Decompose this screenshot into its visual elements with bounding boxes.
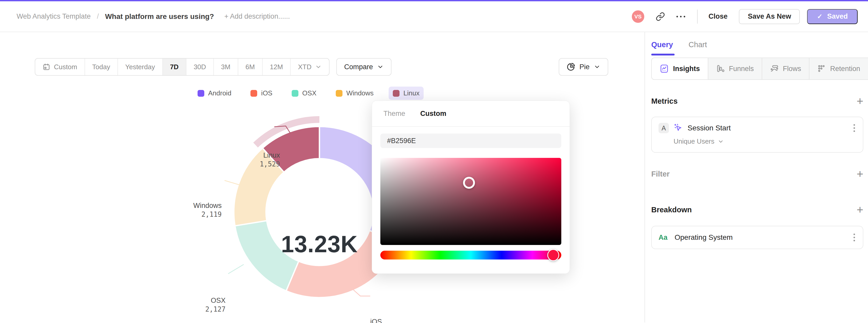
compare-button[interactable]: Compare: [336, 58, 392, 76]
breakdown-heading: Breakdown: [651, 205, 692, 214]
add-description-button[interactable]: + Add description......: [224, 12, 290, 21]
more-options-icon[interactable]: [676, 16, 685, 18]
insight-type-tabs: Insights Funnels Flows Retention: [651, 58, 868, 80]
saved-button[interactable]: ✓Saved: [807, 9, 858, 24]
tab-retention[interactable]: Retention: [809, 58, 868, 79]
hex-color-input[interactable]: #B2596E: [380, 133, 561, 148]
color-cursor[interactable]: [463, 177, 475, 189]
tab-chart[interactable]: Chart: [689, 40, 707, 56]
breakdown-label: Operating System: [675, 233, 733, 241]
hue-slider-handle[interactable]: [547, 249, 559, 261]
date-range-3m[interactable]: 3M: [214, 59, 238, 75]
filter-heading: Filter: [651, 170, 670, 179]
hue-slider[interactable]: [380, 251, 561, 259]
page-title[interactable]: What platform are users using?: [105, 12, 214, 21]
date-range-6m[interactable]: 6M: [238, 59, 262, 75]
metric-card[interactable]: A Session Start Unique Users: [651, 117, 863, 153]
breakdown-menu-icon[interactable]: [852, 232, 856, 243]
picker-tab-custom[interactable]: Custom: [420, 110, 446, 118]
date-range-30d[interactable]: 30D: [186, 59, 214, 75]
legend-swatch: [292, 90, 299, 97]
legend-item-ios[interactable]: iOS: [246, 87, 276, 100]
slice-label-windows: Windows 2,119: [166, 201, 222, 219]
tab-funnels[interactable]: Funnels: [708, 58, 762, 79]
close-button[interactable]: Close: [709, 12, 728, 21]
legend-swatch: [393, 90, 400, 97]
breakdown-card[interactable]: Aa Operating System: [651, 226, 863, 249]
share-link-icon[interactable]: [656, 12, 665, 21]
date-range-today[interactable]: Today: [85, 59, 118, 75]
chevron-down-icon: [594, 64, 600, 70]
legend-swatch: [197, 90, 204, 97]
chevron-down-icon: [377, 64, 384, 70]
add-filter-button[interactable]: +: [857, 169, 863, 179]
date-range-selector: Custom Today Yesterday 7D 30D 3M 6M 12M …: [35, 58, 330, 76]
date-range-yesterday[interactable]: Yesterday: [118, 59, 163, 75]
legend-item-linux[interactable]: Linux: [389, 87, 424, 100]
chart-legend: Android iOS OSX Windows Linux: [0, 87, 617, 100]
breadcrumb[interactable]: Web Analytics Template: [17, 12, 91, 21]
chevron-down-icon: [315, 64, 322, 70]
metric-label: Session Start: [687, 124, 731, 132]
slice-label-osx: OSX 2,127: [179, 296, 225, 314]
pie-chart-icon: [566, 62, 575, 71]
date-range-xtd-dropdown[interactable]: XTD: [291, 59, 329, 75]
legend-item-windows[interactable]: Windows: [332, 87, 378, 100]
saturation-value-area[interactable]: [380, 158, 561, 245]
chart-panel: Custom Today Yesterday 7D 30D 3M 6M 12M …: [0, 32, 645, 322]
tab-query[interactable]: Query: [651, 40, 673, 56]
chart-type-button[interactable]: Pie: [559, 58, 608, 76]
aggregation-dropdown[interactable]: Unique Users: [674, 137, 856, 146]
header-divider: [697, 9, 698, 24]
legend-item-osx[interactable]: OSX: [287, 87, 321, 100]
calendar-icon: [42, 63, 50, 71]
slice-label-ios: iOS 3,402: [370, 317, 432, 323]
color-picker-popup: Theme Custom #B2596E: [372, 101, 570, 274]
chevron-down-icon: [718, 138, 724, 144]
picker-tab-theme[interactable]: Theme: [383, 110, 405, 118]
tab-insights[interactable]: Insights: [652, 58, 708, 79]
event-icon: [674, 123, 683, 133]
date-range-12m[interactable]: 12M: [262, 59, 291, 75]
add-metric-button[interactable]: +: [857, 96, 863, 106]
string-property-icon: Aa: [658, 233, 670, 241]
check-icon: ✓: [817, 13, 823, 20]
series-badge: A: [658, 123, 669, 133]
flows-icon: [770, 64, 779, 73]
chart-center-total: 13.23K: [281, 231, 358, 258]
date-range-7d[interactable]: 7D: [163, 59, 186, 75]
query-sidebar: Query Chart Insights Funnels: [645, 32, 868, 322]
header: Web Analytics Template / What platform a…: [0, 1, 868, 32]
breadcrumb-separator: /: [97, 12, 99, 21]
legend-swatch: [336, 90, 342, 97]
slice-label-linux: Linux 1,529: [228, 151, 280, 168]
metric-menu-icon[interactable]: [852, 123, 856, 133]
save-as-new-button[interactable]: Save As New: [739, 9, 800, 24]
retention-icon: [817, 64, 826, 73]
metrics-heading: Metrics: [651, 97, 678, 105]
insights-icon: [659, 64, 669, 73]
funnels-icon: [716, 64, 725, 73]
add-breakdown-button[interactable]: +: [857, 204, 863, 215]
legend-item-android[interactable]: Android: [193, 87, 236, 100]
tab-flows[interactable]: Flows: [762, 58, 810, 79]
date-range-custom[interactable]: Custom: [35, 59, 85, 75]
legend-swatch: [250, 90, 257, 97]
avatar[interactable]: VS: [632, 10, 644, 23]
